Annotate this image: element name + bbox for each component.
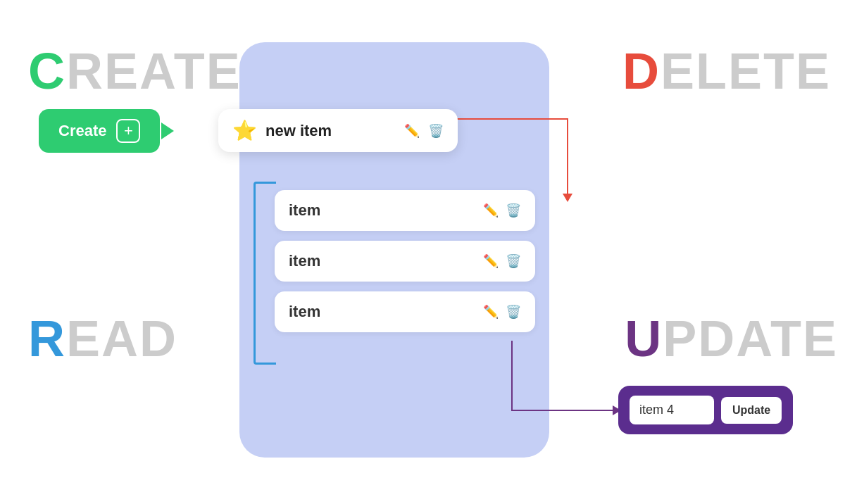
- item-text-2: item: [289, 252, 483, 270]
- trash-icon-2[interactable]: 🗑️: [506, 253, 521, 269]
- new-item-text: new item: [265, 122, 396, 140]
- delete-first-letter: D: [622, 43, 661, 99]
- create-button[interactable]: Create +: [39, 109, 160, 153]
- update-input[interactable]: [630, 396, 714, 424]
- delete-arrow-head: [563, 194, 572, 202]
- update-first-letter: U: [625, 310, 663, 367]
- update-arrow-horizontal: [512, 410, 616, 411]
- edit-icon-3[interactable]: ✏️: [483, 304, 499, 320]
- update-button[interactable]: Update: [721, 397, 782, 424]
- trash-icon-new[interactable]: 🗑️: [428, 123, 444, 139]
- table-row: item ✏️ 🗑️: [275, 190, 535, 231]
- create-first-letter: C: [28, 43, 66, 99]
- edit-icon-2[interactable]: ✏️: [483, 253, 499, 269]
- delete-arrow-vertical: [567, 118, 568, 196]
- item-actions-1: ✏️ 🗑️: [483, 203, 521, 218]
- create-label: CREATE: [28, 42, 242, 100]
- read-label: READ: [28, 310, 177, 367]
- update-label: UPDATE: [625, 310, 838, 367]
- items-list: item ✏️ 🗑️ item ✏️ 🗑️ item ✏️ 🗑️: [275, 190, 535, 332]
- create-arrow: [161, 122, 174, 139]
- new-item-card: ⭐ new item ✏️ 🗑️: [218, 109, 458, 152]
- item-actions-3: ✏️ 🗑️: [483, 304, 521, 320]
- table-row: item ✏️ 🗑️: [275, 291, 535, 332]
- star-icon: ⭐: [232, 119, 257, 142]
- read-first-letter: R: [28, 310, 66, 367]
- edit-icon-1[interactable]: ✏️: [483, 203, 499, 218]
- item-actions-2: ✏️ 🗑️: [483, 253, 521, 269]
- read-bracket: [254, 182, 276, 365]
- item-text-1: item: [289, 201, 483, 220]
- edit-icon[interactable]: ✏️: [404, 123, 420, 139]
- delete-label: DELETE: [622, 42, 831, 100]
- update-arrow-vertical: [511, 341, 513, 411]
- update-form: Update: [618, 386, 793, 434]
- trash-icon-1[interactable]: 🗑️: [506, 203, 521, 218]
- trash-icon-3[interactable]: 🗑️: [506, 304, 521, 320]
- item-text-3: item: [289, 303, 483, 321]
- delete-arrow-horizontal: [456, 118, 568, 120]
- plus-icon: +: [116, 119, 140, 143]
- create-button-label: Create: [58, 122, 106, 140]
- create-button-area: Create +: [39, 109, 174, 153]
- table-row: item ✏️ 🗑️: [275, 241, 535, 282]
